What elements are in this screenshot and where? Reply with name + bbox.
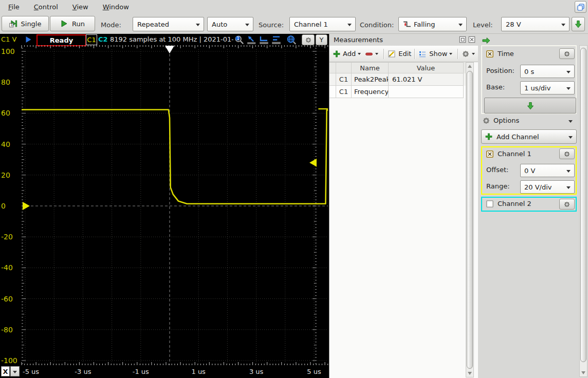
time-enabled-checkbox[interactable] xyxy=(486,50,493,58)
plot-settings-button[interactable] xyxy=(302,34,315,45)
scroll-down-icon[interactable] xyxy=(581,371,585,374)
panel-scrollbar[interactable] xyxy=(579,45,587,377)
level-select[interactable]: 28 V xyxy=(501,17,569,31)
gear-icon xyxy=(462,50,470,58)
scrollbar-thumb[interactable] xyxy=(467,71,473,369)
main-toolbar: Single Run Mode: Repeated Auto Source: C… xyxy=(0,14,588,34)
channel1-settings-button[interactable] xyxy=(559,148,575,159)
scroll-up-icon[interactable] xyxy=(468,65,472,68)
channel2-enabled-checkbox[interactable] xyxy=(486,200,493,207)
svg-text:-40: -40 xyxy=(1,263,13,272)
x-axis-bar: X -5 us-3 us-1 us1 us3 us5 us xyxy=(0,366,329,378)
channel1-badge[interactable]: C1 xyxy=(86,34,97,45)
menu-control[interactable]: Control xyxy=(32,2,60,12)
show-measurement-button[interactable]: Show xyxy=(418,50,454,58)
menu-file[interactable]: File xyxy=(6,2,22,12)
scope-plot[interactable]: 100806040200-20-40-60-80-100 xyxy=(0,45,329,366)
run-button-label: Run xyxy=(72,20,85,28)
row-value-cell xyxy=(389,86,464,98)
expand-blue-arrow-icon[interactable] xyxy=(25,35,33,44)
y-axis-button[interactable]: Y xyxy=(316,34,327,45)
position-label: Position: xyxy=(486,67,514,74)
channel2-group-title: Channel 2 xyxy=(498,200,531,207)
zoom-1x-icon[interactable] xyxy=(234,35,245,45)
collapse-panel-arrow-icon[interactable] xyxy=(482,36,490,45)
measurements-table: NameValueC1Peak2Peak61.021 VC1Frequency xyxy=(329,62,469,98)
cursors-icon[interactable] xyxy=(271,35,282,45)
separator xyxy=(457,49,458,59)
chevron-down-icon xyxy=(568,136,573,139)
measurements-title: Measurements xyxy=(334,36,383,44)
svg-text:-20: -20 xyxy=(1,233,13,241)
table-header-cell[interactable]: Name xyxy=(352,62,389,73)
row-select-cell[interactable] xyxy=(329,86,336,98)
row-select-cell[interactable] xyxy=(329,73,336,86)
float-panel-icon[interactable] xyxy=(459,36,466,43)
auto-select[interactable]: Auto xyxy=(207,17,253,31)
table-header-cell[interactable] xyxy=(329,62,336,73)
time-base-value: 1 us/div xyxy=(524,84,550,92)
y-axis-unit-label: C1 V xyxy=(1,35,16,43)
time-settings-button[interactable] xyxy=(559,48,575,59)
menu-view[interactable]: View xyxy=(70,2,90,12)
horizontal-cursor-icon[interactable] xyxy=(259,35,269,45)
svg-text:40: 40 xyxy=(1,140,10,148)
pointer-tool-icon[interactable] xyxy=(246,35,257,45)
chevron-down-icon xyxy=(568,120,573,123)
measurements-scrollbar[interactable] xyxy=(466,62,474,377)
time-position-select[interactable]: 0 s xyxy=(520,65,575,78)
single-button[interactable]: Single xyxy=(2,16,49,31)
cascade-windows-button[interactable] xyxy=(575,1,586,13)
svg-text:0: 0 xyxy=(1,202,6,210)
run-button[interactable]: Run xyxy=(50,16,95,31)
x-axis-label: -5 us xyxy=(23,368,39,375)
base-label: Base: xyxy=(486,83,505,91)
close-panel-icon[interactable] xyxy=(468,36,475,43)
scroll-down-icon[interactable] xyxy=(468,372,472,375)
source-select[interactable]: Channel 1 xyxy=(289,17,356,31)
channel1-range-select[interactable]: 20 V/div xyxy=(520,180,575,194)
minus-icon xyxy=(365,50,373,58)
table-row[interactable]: C1Frequency xyxy=(329,86,469,98)
x-axis-dropdown[interactable] xyxy=(10,366,20,376)
instrument-panel: Time Position: 0 s Base: 1 us/div Option… xyxy=(478,34,588,378)
gear-icon xyxy=(563,150,571,158)
single-button-label: Single xyxy=(21,20,42,28)
edit-measurement-button[interactable]: Edit xyxy=(388,50,411,58)
options-dropdown[interactable]: Options xyxy=(479,115,578,127)
add-measurement-button[interactable]: Add xyxy=(333,50,363,58)
channel2-badge[interactable]: C2 xyxy=(98,35,108,43)
add-channel-button[interactable]: Add Channel xyxy=(481,129,577,144)
row-value-cell: 61.021 V xyxy=(389,73,464,86)
time-base-select[interactable]: 1 us/div xyxy=(520,81,575,94)
x-axis-label: 1 us xyxy=(191,368,205,375)
time-position-value: 0 s xyxy=(524,68,534,75)
channel1-enabled-checkbox[interactable] xyxy=(486,150,493,158)
x-axis-button[interactable]: X xyxy=(1,366,10,376)
add-label: Add xyxy=(343,50,356,58)
trigger-level-marker xyxy=(309,159,317,167)
condition-select[interactable]: Falling xyxy=(398,17,467,31)
green-down-arrow-icon xyxy=(526,102,535,110)
x-axis-label: -1 us xyxy=(133,368,149,375)
remove-measurement-button[interactable] xyxy=(365,50,380,58)
row-name-cell: Peak2Peak xyxy=(352,73,389,86)
channel2-settings-button[interactable] xyxy=(559,199,575,210)
zoom-region-icon[interactable] xyxy=(286,35,297,45)
table-header-cell[interactable]: Value xyxy=(389,62,464,73)
time-apply-button[interactable] xyxy=(484,98,576,114)
table-header-cell[interactable] xyxy=(336,62,352,73)
measurements-settings-button[interactable] xyxy=(462,50,477,58)
measurements-toolbar: Add Edit Show xyxy=(329,46,478,62)
table-row[interactable]: C1Peak2Peak61.021 V xyxy=(329,73,469,86)
channel1-offset-select[interactable]: 0 V xyxy=(520,164,575,177)
menu-window[interactable]: Window xyxy=(101,2,131,12)
time-group-title: Time xyxy=(498,50,514,58)
menubar: FileControlViewWindow xyxy=(0,0,588,14)
range-label: Range: xyxy=(486,182,510,190)
run-play-icon xyxy=(60,20,68,28)
trigger-apply-button[interactable] xyxy=(572,17,585,31)
separator xyxy=(414,49,415,59)
scrollbar-thumb[interactable] xyxy=(580,48,586,362)
mode-select[interactable]: Repeated xyxy=(133,17,204,31)
